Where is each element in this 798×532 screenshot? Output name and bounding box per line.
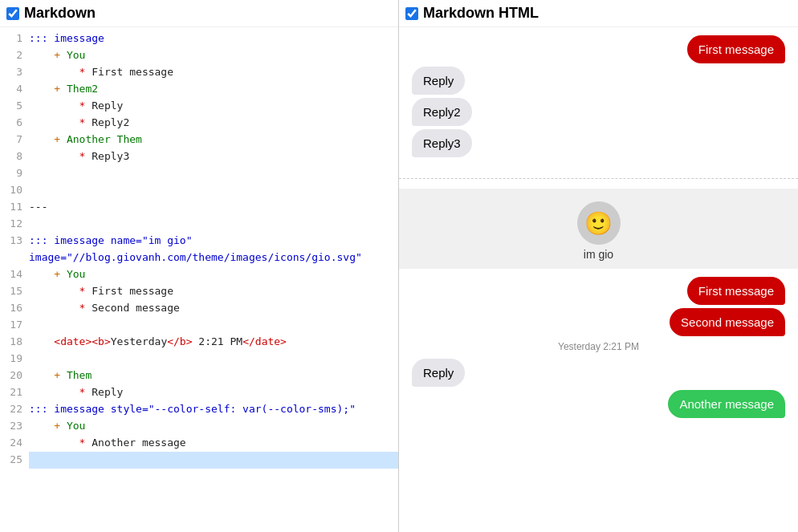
group-divider bbox=[399, 178, 798, 179]
msg-row-reply-2: Reply bbox=[412, 359, 785, 387]
bubble-first-message-2: First message bbox=[687, 277, 785, 305]
avatar-name: im gio bbox=[584, 248, 613, 261]
bubble-reply3: Reply3 bbox=[412, 129, 472, 157]
code-area: 1 2 3 4 5 6 7 8 9 10 11 12 13 14 15 16 1… bbox=[0, 27, 398, 472]
bubble-reply-2: Reply bbox=[412, 359, 465, 387]
msg-row-second: Second message bbox=[412, 308, 785, 336]
markdown-title: Markdown bbox=[24, 5, 96, 22]
msg-row-first-2: First message bbox=[412, 277, 785, 305]
code-content: ::: imessage + You * First message + The… bbox=[29, 30, 398, 469]
msg-row-first: First message bbox=[412, 35, 785, 63]
imessage-group-2: First message Second message Yesterday 2… bbox=[399, 269, 798, 429]
bubble-reply: Reply bbox=[412, 67, 465, 95]
markdown-header: Markdown bbox=[0, 0, 398, 27]
bubble-second-message: Second message bbox=[670, 308, 785, 336]
avatar-header: 🙂 im gio bbox=[399, 189, 798, 269]
msg-row-reply2: Reply2 bbox=[412, 98, 785, 126]
imessage-group-1: First message Reply Reply2 Reply3 bbox=[399, 27, 798, 169]
bubble-first-message: First message bbox=[687, 35, 785, 63]
html-panel: Markdown HTML First message Reply Reply2… bbox=[399, 0, 798, 532]
msg-row-another: Another message bbox=[412, 390, 785, 418]
msg-row-reply: Reply bbox=[412, 67, 785, 95]
markdown-panel: Markdown 1 2 3 4 5 6 7 8 9 10 11 12 13 1… bbox=[0, 0, 399, 532]
timestamp: Yesterday 2:21 PM bbox=[412, 341, 785, 352]
html-title: Markdown HTML bbox=[423, 5, 539, 22]
msg-row-reply3: Reply3 bbox=[412, 129, 785, 157]
html-checkbox[interactable] bbox=[405, 7, 418, 20]
bubble-reply2: Reply2 bbox=[412, 98, 472, 126]
avatar: 🙂 bbox=[577, 201, 621, 245]
markdown-checkbox[interactable] bbox=[6, 7, 19, 20]
bubble-another-message: Another message bbox=[668, 390, 785, 418]
line-numbers: 1 2 3 4 5 6 7 8 9 10 11 12 13 14 15 16 1… bbox=[0, 30, 29, 469]
html-header: Markdown HTML bbox=[399, 0, 798, 27]
